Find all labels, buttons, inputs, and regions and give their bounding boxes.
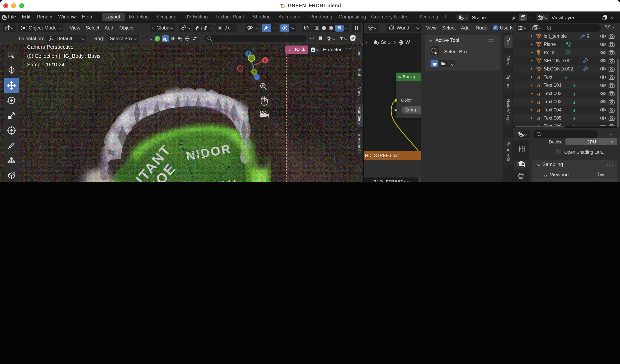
svg-text:Y: Y xyxy=(253,70,255,74)
svg-text:X: X xyxy=(264,59,266,62)
